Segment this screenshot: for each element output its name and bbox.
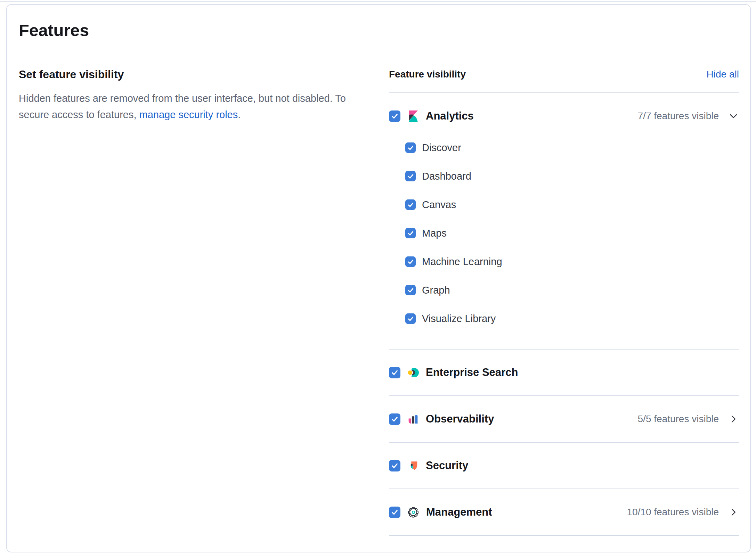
sub-feature-visualize-library: Visualize Library [389, 313, 739, 325]
sub-feature-discover: Discover [389, 142, 739, 154]
sub-feature-label: Machine Learning [422, 256, 502, 268]
divider [389, 442, 739, 443]
top-divider [0, 1, 756, 2]
checkbox-discover[interactable] [405, 142, 416, 153]
checkmark-icon [407, 229, 415, 237]
group-row-security[interactable]: Security [389, 458, 739, 473]
security-logo-icon [407, 460, 419, 471]
group-label-enterprise-search: Enterprise Search [426, 366, 518, 379]
hide-all-link[interactable]: Hide all [707, 69, 739, 80]
analytics-logo-icon [407, 110, 419, 122]
checkmark-icon [390, 368, 399, 377]
sub-feature-graph: Graph [389, 284, 739, 296]
checkmark-icon [390, 461, 399, 470]
section-heading: Set feature visibility [19, 68, 354, 81]
manage-security-roles-link[interactable]: manage security roles [139, 109, 238, 120]
description-period: . [238, 109, 241, 120]
features-panel: Features Set feature visibility Hidden f… [6, 4, 751, 552]
divider [389, 349, 739, 350]
checkbox-canvas[interactable] [405, 199, 416, 210]
sub-feature-label: Visualize Library [422, 313, 496, 325]
group-row-analytics[interactable]: Analytics 7/7 features visible [389, 108, 739, 124]
divider [389, 92, 739, 93]
sub-feature-maps: Maps [389, 227, 739, 239]
sub-feature-machine-learning: Machine Learning [389, 256, 739, 268]
checkmark-icon [390, 415, 399, 424]
analytics-feature-count: 7/7 features visible [638, 110, 719, 122]
checkmark-icon [407, 315, 415, 323]
group-row-management[interactable]: Management 10/10 features visible [389, 504, 739, 520]
observability-feature-count: 5/5 features visible [638, 413, 719, 425]
checkbox-machine-learning[interactable] [405, 256, 416, 267]
chevron-right-icon[interactable] [728, 413, 739, 425]
group-label-management: Management [426, 506, 492, 518]
sub-feature-label: Graph [422, 285, 450, 296]
divider [389, 395, 739, 396]
chevron-right-icon[interactable] [728, 507, 739, 518]
sub-feature-dashboard: Dashboard [389, 170, 739, 182]
feature-visibility-label: Feature visibility [389, 69, 466, 80]
checkbox-analytics[interactable] [389, 110, 400, 122]
management-feature-count: 10/10 features visible [627, 507, 719, 518]
checkbox-visualize-library[interactable] [405, 313, 416, 324]
sub-feature-label: Canvas [422, 199, 456, 211]
enterprise-search-logo-icon [407, 367, 419, 378]
checkmark-icon [390, 508, 399, 517]
sub-feature-label: Maps [422, 228, 447, 239]
observability-logo-icon [407, 413, 419, 425]
checkmark-icon [407, 144, 415, 152]
sub-feature-canvas: Canvas [389, 199, 739, 211]
checkmark-icon [407, 258, 415, 266]
sub-feature-label: Dashboard [422, 171, 471, 182]
page-title: Features [19, 20, 739, 40]
sub-feature-label: Discover [422, 142, 461, 154]
group-label-observability: Observability [426, 413, 494, 425]
group-label-analytics: Analytics [426, 110, 474, 122]
chevron-down-icon[interactable] [728, 110, 739, 122]
group-row-enterprise-search[interactable]: Enterprise Search [389, 365, 739, 380]
checkbox-security[interactable] [389, 460, 400, 471]
management-gear-icon [407, 506, 419, 518]
checkbox-graph[interactable] [405, 285, 416, 295]
checkmark-icon [407, 201, 415, 209]
group-label-security: Security [426, 459, 468, 472]
group-row-observability[interactable]: Observability 5/5 features visible [389, 411, 739, 427]
analytics-sub-feature-list: Discover Dashboard Canvas [389, 142, 739, 325]
checkbox-observability[interactable] [389, 413, 400, 425]
checkbox-maps[interactable] [405, 228, 416, 238]
checkbox-management[interactable] [389, 507, 400, 518]
feature-visibility-list: Feature visibility Hide all [389, 68, 739, 536]
checkbox-enterprise-search[interactable] [389, 367, 400, 378]
checkmark-icon [407, 286, 415, 294]
feature-visibility-description: Set feature visibility Hidden features a… [19, 68, 389, 123]
checkmark-icon [390, 112, 399, 121]
section-description: Hidden features are removed from the use… [19, 90, 352, 123]
checkbox-dashboard[interactable] [405, 171, 416, 181]
checkmark-icon [407, 172, 415, 180]
divider [389, 535, 739, 536]
divider [389, 489, 739, 489]
